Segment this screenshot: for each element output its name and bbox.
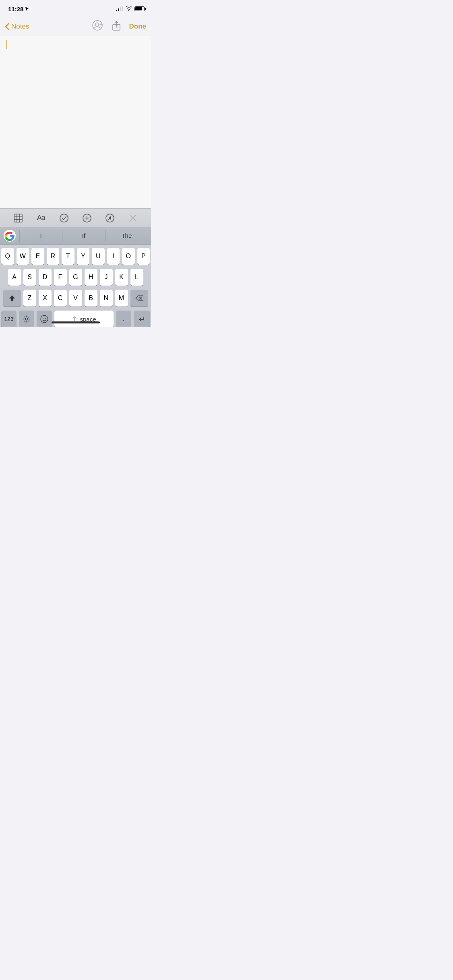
- add-collaborator-button[interactable]: [92, 20, 103, 33]
- key-c[interactable]: C: [54, 290, 67, 307]
- space-key[interactable]: space: [54, 311, 114, 327]
- done-button[interactable]: Done: [129, 23, 147, 31]
- key-e[interactable]: E: [31, 248, 44, 265]
- svg-point-2: [95, 23, 99, 26]
- predictive-bar: I If The: [0, 227, 151, 245]
- share-button[interactable]: [112, 20, 121, 33]
- battery-icon: [134, 6, 145, 11]
- status-time: 11:28: [8, 6, 29, 12]
- svg-text:A: A: [108, 216, 112, 220]
- key-l[interactable]: L: [130, 269, 143, 286]
- key-z[interactable]: Z: [23, 290, 36, 307]
- draw-icon[interactable]: A: [103, 211, 117, 225]
- keyboard-row-2: A S D F G H J K L: [1, 269, 150, 286]
- format-text-icon[interactable]: Aa: [34, 211, 48, 225]
- keyboard-row-3: Z X C V B N M: [1, 290, 150, 307]
- key-m[interactable]: M: [115, 290, 128, 307]
- key-y[interactable]: Y: [77, 248, 90, 265]
- keyboard: I If The Q W E R T Y U I O P A S D F G H…: [0, 227, 151, 327]
- key-n[interactable]: N: [100, 290, 113, 307]
- add-content-icon[interactable]: [80, 211, 94, 225]
- wifi-icon: [126, 6, 132, 11]
- checklist-icon[interactable]: [57, 211, 71, 225]
- emoji-key[interactable]: [37, 311, 52, 327]
- key-rows: Q W E R T Y U I O P A S D F G H J K L: [0, 245, 151, 327]
- key-r[interactable]: R: [47, 248, 60, 265]
- key-h[interactable]: H: [85, 269, 97, 286]
- home-indicator: [52, 321, 100, 323]
- shift-key[interactable]: [3, 290, 21, 307]
- key-g[interactable]: G: [69, 269, 82, 286]
- svg-point-25: [45, 318, 46, 319]
- key-u[interactable]: U: [92, 248, 105, 265]
- google-logo-icon: [3, 229, 16, 242]
- formatting-toolbar: Aa A: [0, 208, 151, 227]
- keyboard-row-1: Q W E R T Y U I O P: [1, 248, 150, 265]
- numbers-key[interactable]: 123: [1, 311, 17, 327]
- time-label: 11:28: [8, 6, 23, 12]
- key-j[interactable]: J: [100, 269, 113, 286]
- svg-point-22: [25, 318, 28, 320]
- key-w[interactable]: W: [17, 248, 29, 265]
- nav-actions: Done: [92, 20, 147, 33]
- key-d[interactable]: D: [39, 269, 52, 286]
- status-icons: [116, 6, 145, 11]
- predictive-word-3[interactable]: The: [105, 232, 148, 239]
- delete-key[interactable]: [130, 290, 148, 307]
- note-editor[interactable]: [0, 35, 151, 208]
- keyboard-row-bottom: 123 space: [1, 311, 150, 327]
- key-x[interactable]: X: [39, 290, 52, 307]
- key-i[interactable]: I: [107, 248, 120, 265]
- key-s[interactable]: S: [23, 269, 36, 286]
- back-button[interactable]: Notes: [5, 23, 29, 31]
- text-cursor: [6, 40, 7, 49]
- svg-point-23: [41, 315, 48, 323]
- key-o[interactable]: O: [122, 248, 135, 265]
- key-p[interactable]: P: [137, 248, 150, 265]
- svg-point-0: [128, 10, 129, 11]
- key-k[interactable]: K: [115, 269, 128, 286]
- key-v[interactable]: V: [69, 290, 82, 307]
- close-keyboard-icon[interactable]: [126, 211, 140, 225]
- status-bar: 11:28: [0, 0, 151, 18]
- key-b[interactable]: B: [85, 290, 97, 307]
- predictive-word-2[interactable]: If: [62, 232, 105, 239]
- nav-bar: Notes Done: [0, 18, 151, 35]
- svg-point-11: [60, 214, 68, 222]
- signal-icon: [116, 6, 123, 11]
- key-q[interactable]: Q: [1, 248, 14, 265]
- return-key[interactable]: [134, 311, 150, 327]
- svg-rect-6: [14, 214, 22, 222]
- period-key[interactable]: .: [116, 311, 131, 327]
- predictive-word-1[interactable]: I: [20, 232, 62, 239]
- svg-point-24: [43, 318, 43, 319]
- location-arrow-icon: [25, 6, 29, 11]
- settings-key[interactable]: [19, 311, 34, 327]
- table-icon[interactable]: [11, 211, 25, 225]
- back-label: Notes: [11, 23, 29, 31]
- key-f[interactable]: F: [54, 269, 67, 286]
- key-a[interactable]: A: [8, 269, 21, 286]
- key-t[interactable]: T: [62, 248, 74, 265]
